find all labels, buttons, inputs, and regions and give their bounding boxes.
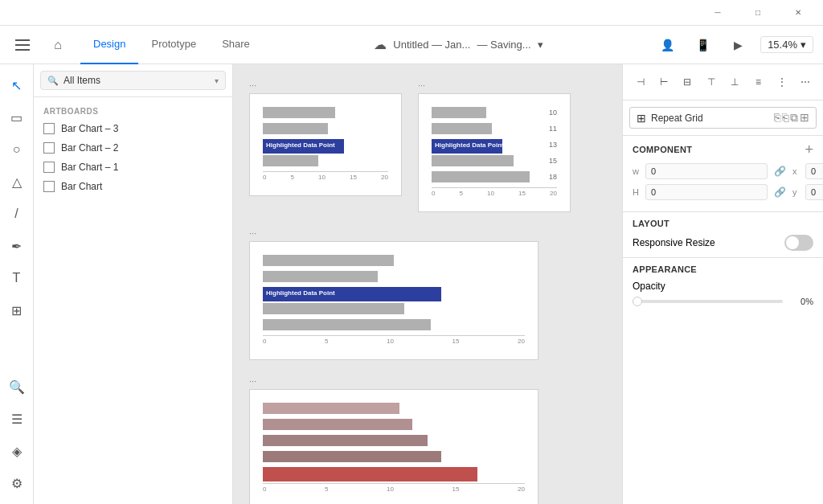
layout-section: LAYOUT Responsive Resize: [623, 212, 823, 258]
sidebar-item-barchart1[interactable]: Bar Chart – 1: [34, 158, 232, 177]
distribute-v-btn[interactable]: ⋯: [795, 71, 817, 93]
bar-fill-highlighted: Highlighted Data Point: [263, 287, 441, 301]
plugins-icon[interactable]: ⚙: [2, 469, 31, 498]
rectangle-tool[interactable]: ▭: [2, 103, 31, 132]
layers-icon[interactable]: ☰: [2, 404, 31, 433]
bar-track: [263, 303, 525, 314]
bar-row: [263, 271, 525, 282]
user-icon[interactable]: 👤: [654, 32, 680, 58]
close-button[interactable]: ✕: [780, 0, 817, 26]
select-tool[interactable]: ↖: [2, 71, 31, 100]
search-tool[interactable]: 🔍: [2, 372, 31, 401]
bar-row: [263, 303, 525, 314]
align-top-btn[interactable]: ⊤: [700, 71, 722, 93]
chevron-down-icon[interactable]: ▾: [538, 39, 543, 51]
triangle-tool[interactable]: △: [2, 167, 31, 196]
bar-value: 18: [544, 173, 557, 181]
chart-axis: 05101520: [432, 187, 557, 199]
bar-track: [263, 435, 525, 446]
height-group: H: [633, 184, 768, 200]
pen-tool[interactable]: ✒: [2, 232, 31, 260]
right-panel: ⊣ ⊢ ⊟ ⊤ ⊥ ≡ ⋮ ⋯ ⊞ Repeat Grid ⎘ ⎗ ⧉ ⊞: [622, 64, 823, 504]
responsive-resize-toggle[interactable]: [784, 235, 813, 251]
bar-track: [263, 107, 388, 118]
artboard-barchart1: ···: [249, 228, 606, 360]
bar-fill: [432, 155, 514, 166]
bar-row: [263, 319, 525, 330]
tab-prototype[interactable]: Prototype: [138, 26, 209, 64]
appearance-title: APPEARANCE: [633, 264, 697, 274]
bar-track: [263, 319, 525, 330]
artboard-icon: [43, 142, 55, 154]
height-input[interactable]: [645, 184, 768, 200]
align-right-btn[interactable]: ⊟: [677, 71, 698, 93]
align-bottom-btn[interactable]: ≡: [747, 71, 769, 93]
minimize-button[interactable]: ─: [699, 0, 736, 26]
artboard-dots: ···: [249, 376, 606, 386]
top-artboard-row: ···: [249, 80, 606, 212]
text-tool[interactable]: T: [2, 264, 31, 293]
bar-value: 10: [544, 109, 557, 117]
artboard-dots: ···: [418, 80, 571, 90]
bar-track: Highlighted Data Point: [263, 139, 388, 150]
bar-fill: [432, 107, 486, 118]
title-bar: ─ □ ✕: [0, 0, 823, 26]
ellipse-tool[interactable]: ○: [2, 135, 31, 164]
search-box[interactable]: 🔍 ▾: [40, 71, 226, 90]
bar-track: [432, 123, 541, 134]
distribute-h-btn[interactable]: ⋮: [771, 71, 792, 93]
opacity-value: 0%: [789, 297, 813, 306]
artboard-icon: [43, 181, 55, 192]
paste-icon[interactable]: ⎗: [782, 111, 788, 125]
chart-area-4: 05101520: [250, 390, 538, 504]
width-input[interactable]: [645, 163, 768, 179]
zoom-control[interactable]: 15.4% ▾: [760, 36, 813, 53]
link-icon[interactable]: 🔗: [774, 166, 786, 177]
maximize-button[interactable]: □: [739, 0, 776, 26]
duplicate-icon[interactable]: ⧉: [790, 111, 798, 125]
top-bar-right: 👤 📱 ▶ 15.4% ▾: [654, 32, 813, 58]
bar-row: 18: [432, 171, 557, 182]
bar-row-highlighted: Highlighted Data Point: [263, 287, 525, 298]
bar-fill: [263, 155, 318, 166]
bar-row: 11: [432, 123, 557, 134]
align-left-btn[interactable]: ⊣: [629, 71, 651, 93]
tab-design[interactable]: Design: [80, 26, 138, 64]
tab-share[interactable]: Share: [209, 26, 263, 64]
bar-row: [263, 451, 525, 462]
copy-icon[interactable]: ⎘: [774, 111, 780, 125]
sidebar-item-barchart2[interactable]: Bar Chart – 2: [34, 138, 232, 158]
add-component-button[interactable]: +: [805, 142, 813, 157]
link-icon[interactable]: 🔗: [774, 186, 786, 198]
chevron-down-icon[interactable]: ▾: [215, 76, 219, 85]
home-button[interactable]: ⌂: [45, 32, 71, 58]
bar-label: Highlighted Data Point: [435, 141, 504, 149]
menu-button[interactable]: [10, 32, 35, 58]
bar-track: [263, 467, 525, 478]
repeat-grid-button[interactable]: ⊞ Repeat Grid ⎘ ⎗ ⧉ ⊞: [629, 107, 817, 129]
repeat-grid-actions: ⎘ ⎗ ⧉ ⊞: [774, 111, 809, 125]
align-center-h-btn[interactable]: ⊥: [724, 71, 746, 93]
opacity-knob[interactable]: [633, 297, 642, 306]
sidebar-item-barchart[interactable]: Bar Chart: [34, 177, 232, 196]
repeat-grid-section: ⊞ Repeat Grid ⎘ ⎗ ⧉ ⊞: [623, 100, 823, 136]
bar-row: 15: [432, 155, 557, 166]
artboards-label: ARTBOARDS: [43, 107, 223, 116]
line-tool[interactable]: /: [2, 199, 31, 228]
play-icon[interactable]: ▶: [725, 32, 751, 58]
align-center-v-btn[interactable]: ⊢: [653, 71, 674, 93]
x-input[interactable]: [805, 163, 823, 179]
y-input[interactable]: [805, 184, 823, 200]
search-input[interactable]: [63, 75, 210, 86]
saving-status: — Saving...: [477, 39, 530, 51]
component-section: COMPONENT + w 🔗 x H 🔗: [623, 136, 823, 212]
mobile-icon[interactable]: 📱: [690, 32, 715, 58]
component-tool[interactable]: ⊞: [2, 296, 31, 325]
opacity-slider[interactable]: [633, 300, 783, 303]
assets-icon[interactable]: ◈: [2, 436, 31, 465]
sidebar-item-barchart3[interactable]: Bar Chart – 3: [34, 119, 232, 138]
nav-tabs: Design Prototype Share: [80, 26, 263, 64]
responsive-resize-label: Responsive Resize: [633, 237, 715, 248]
bar-fill-highlighted: Highlighted Data Point: [432, 139, 502, 154]
more-icon[interactable]: ⊞: [800, 111, 809, 125]
